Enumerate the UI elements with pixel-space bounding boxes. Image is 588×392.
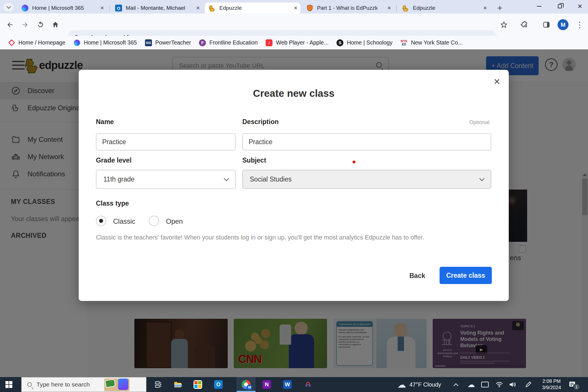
open-radio-label[interactable]: Open	[166, 217, 183, 225]
red-dot-cursor	[353, 161, 355, 163]
description-label: Description	[242, 118, 279, 126]
bookmark-nysed[interactable]: NYSED New York State Co...	[401, 39, 463, 46]
word-taskbar-button[interactable]: W	[278, 377, 296, 392]
bookmark-frontline[interactable]: F Frontline Education	[199, 39, 258, 46]
close-modal-icon[interactable]: ×	[494, 76, 500, 87]
edpuzzle-page: edpuzzle + Add Content ? Discover Edpuzz…	[0, 49, 588, 377]
name-input[interactable]	[96, 133, 236, 150]
bookmark-star-button[interactable]	[498, 19, 510, 31]
grade-level-label: Grade level	[96, 157, 131, 164]
clock-tray-item[interactable]: 2:08 PM 3/9/2024	[539, 378, 564, 391]
profile-avatar[interactable]: M	[557, 19, 569, 31]
optional-label: Optional	[469, 119, 490, 125]
tab-edpuzzle-2[interactable]: Edpuzzle ×	[399, 3, 490, 13]
chrome-profile-badge: M	[247, 385, 252, 390]
chevron-down-icon	[224, 176, 229, 181]
sis-icon: SIS	[145, 39, 152, 46]
minimize-icon	[537, 6, 541, 7]
red-diamond-icon	[8, 39, 15, 46]
tab-strip: Home | Microsoft 365 × O Mail - Montante…	[0, 0, 588, 13]
open-radio-unselected[interactable]	[149, 216, 159, 226]
microsoft-store-button[interactable]	[189, 377, 207, 392]
classic-radio-selected[interactable]	[96, 216, 106, 226]
onedrive-icon[interactable]: ☁	[467, 377, 475, 392]
close-tab-icon[interactable]: ×	[480, 4, 487, 12]
music-icon: ♪	[266, 39, 272, 46]
weather-tray-item[interactable]: ☁ 47°F Cloudy	[397, 377, 441, 392]
tab-mail-outlook[interactable]: O Mail - Montante, Michael - C ×	[111, 3, 203, 13]
close-tab-icon[interactable]: ×	[290, 4, 297, 12]
tray-time: 2:08 PM	[539, 378, 564, 385]
shield-icon	[306, 4, 314, 12]
search-icon	[27, 382, 32, 387]
class-type-helper-text: Classic is the teachers' favorite! When …	[96, 234, 440, 241]
tab-search-button[interactable]	[3, 3, 14, 11]
tab-home-microsoft365[interactable]: Home | Microsoft 365 ×	[18, 3, 107, 13]
onenote-taskbar-button[interactable]: N	[258, 377, 276, 392]
edpuzzle-icon	[208, 4, 216, 12]
close-tab-icon[interactable]: ×	[384, 4, 391, 12]
chevron-down-icon	[6, 4, 11, 9]
notification-badge: 1	[573, 383, 580, 390]
close-tab-icon[interactable]: ×	[193, 4, 200, 12]
taskbar-search-placeholder: Type here to search	[36, 381, 90, 388]
tray-expand-chevron[interactable]	[454, 377, 458, 392]
tab-what-is-edpuzzle[interactable]: Part 1 - What is EdPuzzle? - ×	[303, 3, 394, 13]
windows-logo-icon	[5, 381, 12, 388]
volume-icon[interactable]	[509, 377, 516, 392]
grade-level-select[interactable]: 11th grade	[96, 170, 236, 189]
bookmark-powerteacher[interactable]: SIS PowerTeacher	[145, 39, 191, 46]
audio-app-taskbar-button[interactable]	[299, 377, 317, 392]
new-tab-button[interactable]: +	[494, 3, 505, 13]
create-class-modal: × Create new class Name Description Opti…	[79, 70, 509, 301]
microsoft365-icon	[21, 4, 29, 12]
chevron-up-icon	[454, 383, 459, 388]
extensions-icon[interactable]	[519, 19, 531, 31]
bookmark-apple-webplayer[interactable]: ♪ Web Player - Apple...	[266, 39, 328, 46]
pen-icon[interactable]	[525, 377, 532, 392]
nysed-icon: NYSED	[401, 39, 407, 46]
minimize-button[interactable]	[531, 0, 548, 13]
tray-date: 3/9/2024	[539, 385, 564, 391]
wifi-icon[interactable]	[496, 377, 503, 392]
subject-label: Subject	[242, 157, 266, 164]
side-panel-icon[interactable]	[540, 19, 552, 31]
schoology-icon: S	[336, 39, 343, 46]
back-button[interactable]: Back	[409, 272, 425, 280]
back-button[interactable]	[4, 19, 16, 31]
edpuzzle-icon	[402, 4, 409, 12]
search-highlights-app	[118, 379, 128, 390]
home-button[interactable]	[49, 19, 61, 31]
frontline-icon: F	[199, 39, 206, 46]
tab-separator	[396, 5, 396, 11]
start-button[interactable]	[0, 377, 18, 392]
name-label: Name	[96, 118, 114, 126]
close-tab-icon[interactable]: ×	[97, 4, 104, 12]
chrome-taskbar-button[interactable]: M	[237, 377, 255, 392]
reload-button[interactable]	[34, 19, 47, 31]
tab-edpuzzle-active[interactable]: Edpuzzle ×	[205, 3, 300, 13]
taskbar-search[interactable]: Type here to search	[21, 377, 146, 392]
restore-button[interactable]	[551, 0, 568, 13]
radio-dot	[99, 219, 103, 223]
cloud-icon: ☁	[397, 380, 406, 390]
task-view-button[interactable]	[149, 377, 167, 392]
class-type-label: Class type	[96, 200, 129, 207]
subject-select[interactable]: Social Studies	[242, 170, 491, 189]
close-window-button[interactable]: ×	[571, 0, 588, 13]
notification-center-button[interactable]: 1	[568, 377, 577, 392]
tablet-mode-icon[interactable]	[481, 377, 489, 392]
chevron-down-icon	[479, 176, 484, 181]
modal-title: Create new class	[79, 88, 509, 99]
file-explorer-button[interactable]	[169, 377, 187, 392]
bookmark-microsoft365[interactable]: Home | Microsoft 365	[74, 39, 137, 46]
outlook-icon: O	[115, 4, 122, 12]
bookmark-schoology[interactable]: S Home | Schoology	[336, 39, 392, 46]
forward-button[interactable]	[19, 19, 31, 31]
classic-radio-label[interactable]: Classic	[113, 217, 135, 225]
description-input[interactable]	[242, 133, 491, 150]
bookmark-homepage[interactable]: Home / Homepage	[8, 39, 65, 46]
create-class-button[interactable]: Create class	[440, 267, 492, 284]
outlook-taskbar-button[interactable]: O	[210, 377, 227, 392]
menu-kebab-icon[interactable]: ⋮	[574, 19, 586, 31]
